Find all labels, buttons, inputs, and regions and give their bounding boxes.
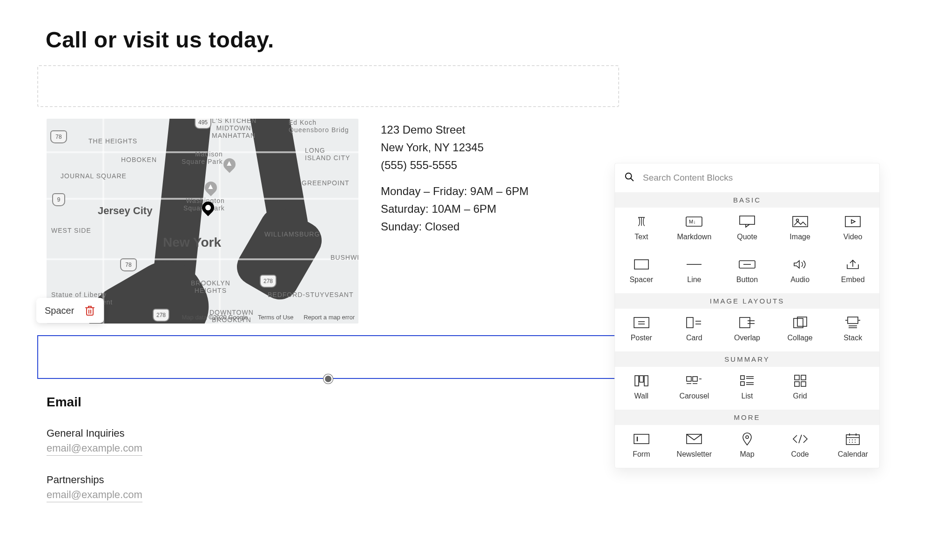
block-image[interactable]: Image — [774, 208, 827, 250]
block-carousel[interactable]: Carousel — [668, 367, 721, 410]
block-video[interactable]: Video — [826, 208, 879, 250]
block-markdown[interactable]: M↓ Markdown — [668, 208, 721, 250]
email-sub-general: General Inquiries — [47, 427, 125, 439]
svg-rect-33 — [693, 377, 697, 381]
map-label-edkoch: Ed Koch Queensboro Bridg — [289, 119, 349, 134]
map-attribution: Map data ©2020 Google Terms of Use Repor… — [182, 314, 355, 321]
form-icon — [633, 433, 650, 445]
poster-icon — [633, 317, 650, 328]
section-image-layouts: IMAGE LAYOUTS — [615, 293, 879, 309]
stack-icon — [844, 317, 861, 328]
svg-rect-47 — [634, 434, 649, 444]
block-spacer[interactable]: Spacer — [615, 250, 668, 293]
svg-rect-29 — [635, 376, 639, 386]
svg-rect-0 — [87, 308, 93, 315]
block-calendar[interactable]: Calendar — [826, 425, 879, 468]
map-label-bedstuy: BEDFORD-STUYVESANT — [268, 291, 353, 298]
svg-point-56 — [852, 439, 853, 440]
section-basic: BASIC — [615, 192, 879, 208]
block-audio[interactable]: Audio — [774, 250, 827, 293]
map-label-lic: LONG ISLAND CITY — [305, 147, 350, 162]
svg-point-50 — [746, 436, 749, 439]
svg-rect-37 — [741, 376, 744, 379]
calendar-icon — [844, 433, 861, 445]
svg-line-2 — [631, 178, 633, 181]
svg-rect-40 — [741, 382, 744, 385]
block-form[interactable]: Form — [615, 425, 668, 468]
svg-rect-9 — [634, 260, 648, 269]
address-phone: (555) 555-5555 — [381, 156, 528, 174]
svg-point-55 — [849, 439, 850, 440]
grid-icon — [792, 375, 809, 386]
email-link-partnerships[interactable]: email@example.com — [47, 489, 142, 502]
newsletter-icon — [686, 433, 702, 445]
svg-rect-51 — [846, 435, 859, 445]
spacer-resize-handle[interactable] — [324, 374, 333, 384]
park-pin-madison — [221, 156, 238, 173]
map-attrib-terms[interactable]: Terms of Use — [258, 314, 294, 321]
block-newsletter[interactable]: Newsletter — [668, 425, 721, 468]
embed-icon — [844, 259, 861, 270]
search-input[interactable] — [643, 173, 870, 183]
svg-rect-30 — [640, 376, 643, 382]
block-line[interactable]: Line — [668, 250, 721, 293]
quote-icon — [739, 216, 756, 227]
svg-rect-5 — [740, 216, 755, 224]
block-poster[interactable]: Poster — [615, 309, 668, 351]
address-block: 123 Demo Street New York, NY 12345 (555)… — [381, 121, 528, 236]
svg-rect-32 — [687, 377, 691, 381]
map-label-heights: THE HEIGHTS — [88, 137, 137, 145]
block-stack[interactable]: Stack — [826, 309, 879, 351]
svg-rect-8 — [845, 216, 860, 227]
email-sub-partnerships: Partnerships — [47, 474, 104, 486]
svg-point-59 — [852, 442, 853, 443]
map-label-msp: Madison Square Park — [182, 150, 223, 165]
insert-zone-top[interactable] — [37, 65, 619, 107]
svg-point-58 — [849, 442, 850, 443]
spacer-icon — [633, 259, 650, 270]
block-text[interactable]: Text — [615, 208, 668, 250]
map-block[interactable]: New York Jersey City HOBOKEN THE HEIGHTS… — [47, 119, 358, 324]
block-quote[interactable]: Quote — [721, 208, 774, 250]
park-pin-washington-a — [202, 179, 220, 196]
block-toolbar: Spacer — [36, 298, 104, 323]
block-button[interactable]: Button — [721, 250, 774, 293]
block-code[interactable]: Code — [774, 425, 827, 468]
map-attrib-report[interactable]: Report a map error — [304, 314, 355, 321]
svg-point-57 — [855, 439, 856, 440]
svg-text:M↓: M↓ — [689, 219, 696, 224]
svg-rect-45 — [795, 382, 799, 386]
block-type-label: Spacer — [45, 305, 74, 316]
route-278-shield-b: 278 — [153, 309, 169, 322]
svg-rect-44 — [801, 375, 806, 380]
delete-block-button[interactable] — [84, 304, 95, 317]
svg-rect-24 — [848, 317, 858, 324]
svg-point-60 — [855, 442, 856, 443]
overlap-icon — [739, 317, 756, 328]
collage-icon — [792, 317, 809, 328]
svg-rect-16 — [687, 317, 693, 328]
block-card[interactable]: Card — [668, 309, 721, 351]
email-heading: Email — [47, 395, 81, 410]
wall-icon — [633, 375, 650, 386]
carousel-icon — [686, 375, 702, 386]
block-wall[interactable]: Wall — [615, 367, 668, 410]
address-line-2: New York, NY 12345 — [381, 139, 528, 156]
svg-rect-6 — [793, 216, 808, 227]
selected-spacer-block[interactable] — [37, 335, 619, 379]
search-icon — [624, 172, 634, 184]
route-78-shield: 78 — [50, 130, 67, 143]
block-grid[interactable]: Grid — [774, 367, 827, 410]
block-embed[interactable]: Embed — [826, 250, 879, 293]
block-list[interactable]: List — [721, 367, 774, 410]
block-overlap[interactable]: Overlap — [721, 309, 774, 351]
email-link-general[interactable]: email@example.com — [47, 442, 142, 456]
map-label-jersey: Jersey City — [98, 205, 152, 217]
route-9-shield: 9 — [52, 193, 65, 206]
block-map[interactable]: Map — [721, 425, 774, 468]
text-icon — [633, 216, 650, 227]
map-label-greenpoint: GREENPOINT — [302, 179, 350, 187]
map-icon — [739, 433, 756, 445]
block-collage[interactable]: Collage — [774, 309, 827, 351]
code-icon — [792, 433, 809, 445]
